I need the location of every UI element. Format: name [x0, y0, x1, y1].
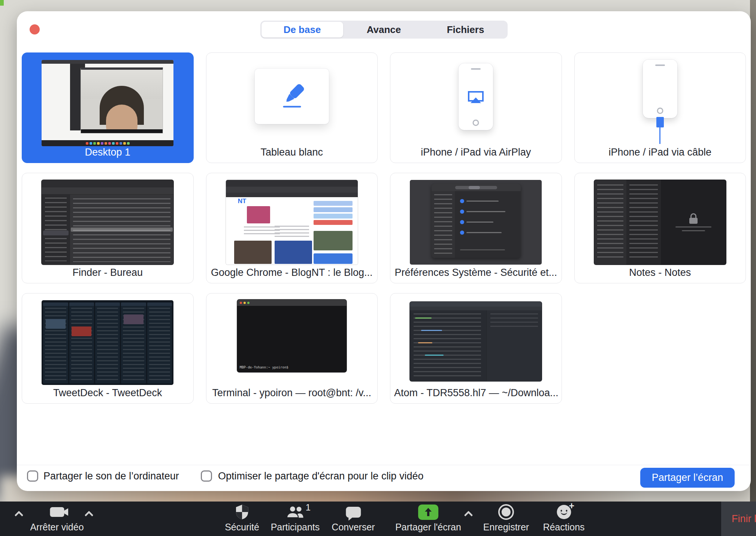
- code-rows: [414, 313, 481, 378]
- toolbar-security[interactable]: Sécurité: [225, 505, 259, 533]
- article-image: [275, 241, 312, 264]
- tile-desktop-1[interactable]: Desktop 1: [22, 52, 194, 163]
- tile-label: Atom - TDR5558.hl7 — ~/Downloa...: [394, 387, 558, 399]
- prefs-row: [460, 230, 502, 235]
- tile-system-preferences[interactable]: Préférences Système - Sécurité et...: [390, 173, 562, 283]
- sidebar-widgets: [314, 201, 353, 226]
- tile-tweetdeck[interactable]: TweetDeck - TweetDeck: [22, 293, 194, 404]
- end-meeting-button[interactable]: Finir l: [732, 513, 756, 525]
- share-tabbar: De base Avance Fichiers: [260, 21, 508, 39]
- zoom-meeting-screen: { "dialog": { "tabs": [ {"label": "De ba…: [0, 0, 756, 536]
- terminal-prompt: MBP-de-Yohann:~ ypoiron$: [240, 365, 288, 369]
- thumb-zoom-toolbar: [81, 129, 163, 133]
- minimize-traffic-light: [244, 302, 246, 304]
- notes-thumbnail: [594, 180, 726, 265]
- notes-folder-pane: [594, 180, 626, 265]
- article-image: [247, 206, 270, 223]
- finder-thumbnail: [42, 180, 173, 265]
- phone-shape: [643, 60, 677, 118]
- browser-tabstrip: [226, 180, 358, 187]
- file-selected-row: [71, 228, 173, 232]
- toolbar-chat[interactable]: Converser: [332, 505, 375, 533]
- toolbar-label: Enregistrer: [483, 522, 529, 533]
- close-traffic-light: [240, 302, 242, 304]
- sysprefs-sidebar: [432, 191, 455, 258]
- app-icon: [460, 220, 464, 224]
- checkbox-share-sound[interactable]: [27, 470, 38, 482]
- toolbar-record[interactable]: Enregistrer: [483, 505, 529, 533]
- toolbar-stop-video[interactable]: Arrêter vidéo: [30, 505, 84, 533]
- share-screen-button[interactable]: Partager l’écran: [640, 468, 735, 488]
- whiteboard-card: [255, 69, 329, 124]
- share-screen-dialog: De base Avance Fichiers: [17, 11, 751, 491]
- code-pane: [410, 310, 486, 381]
- participants-icon: 1: [286, 505, 305, 519]
- code-highlight: [415, 317, 432, 319]
- blog-logo: NT: [238, 198, 247, 205]
- checkbox-share-sound-label[interactable]: Partager le son de l’ordinateur: [43, 470, 179, 482]
- dock-dot: [97, 142, 100, 145]
- airplay-icon: [468, 91, 484, 102]
- tile-terminal[interactable]: MBP-de-Yohann:~ ypoiron$ Terminal - ypoi…: [206, 293, 378, 404]
- tweet-image: [46, 319, 66, 329]
- phone-speaker: [471, 68, 481, 70]
- thumb-zoom-window: [81, 67, 163, 133]
- dock-dot: [120, 142, 122, 145]
- row-text: [460, 249, 505, 250]
- row-text: [466, 232, 502, 233]
- tile-airplay[interactable]: iPhone / iPad via AirPlay: [390, 52, 562, 163]
- column-header: [121, 302, 146, 306]
- toolbar-label: Converser: [332, 522, 375, 533]
- close-button[interactable]: [30, 24, 40, 34]
- tile-label: Tableau blanc: [210, 147, 374, 158]
- window-toolbar: [42, 187, 173, 195]
- toolbar-share-screen[interactable]: Partager l'écran: [395, 505, 461, 533]
- notes-list-pane: [626, 180, 661, 265]
- tab-avance[interactable]: Avance: [343, 22, 425, 37]
- toolbar-participants[interactable]: 1 Participants: [271, 505, 320, 533]
- sidebar-photo: [314, 231, 353, 250]
- article-text: [275, 226, 309, 237]
- prefs-row: [460, 220, 493, 224]
- prefs-row: [460, 199, 499, 203]
- tile-cable[interactable]: iPhone / iPad via câble: [574, 52, 746, 163]
- toolbar-reactions[interactable]: + Réactions: [543, 505, 584, 533]
- dock-dot: [93, 142, 96, 145]
- atom-thumbnail: [410, 302, 542, 381]
- record-icon: [498, 505, 514, 519]
- tab-fichiers[interactable]: Fichiers: [425, 22, 506, 37]
- app-icon: [460, 210, 464, 214]
- empty-grid-cell: [574, 293, 746, 404]
- tweetdeck-thumbnail: [42, 300, 173, 385]
- sysprefs-list: [455, 191, 521, 258]
- dock-dot: [108, 142, 111, 145]
- terminal-thumbnail: MBP-de-Yohann:~ ypoiron$: [237, 299, 347, 372]
- tile-label: Préférences Système - Sécurité et...: [394, 267, 558, 278]
- tile-notes[interactable]: Notes - Notes: [574, 173, 746, 283]
- lock-note: [460, 247, 505, 252]
- tweet-rows: [149, 308, 170, 382]
- sidebar-rows: [45, 198, 67, 261]
- tweet-rows: [97, 308, 118, 382]
- tile-whiteboard[interactable]: Tableau blanc: [206, 52, 378, 163]
- tile-label: Google Chrome - BlogNT : le Blog...: [210, 267, 374, 278]
- tile-chrome[interactable]: NT Google Chrome - BlogNT :: [206, 173, 378, 283]
- tab-de-base[interactable]: De base: [261, 22, 343, 37]
- checkbox-optimize-video-label[interactable]: Optimiser le partage d'écran pour le cli…: [218, 470, 423, 482]
- camera-body: [50, 507, 64, 517]
- tweet-rows: [71, 308, 92, 382]
- thumb-menubar: [42, 60, 173, 64]
- webpage-content: NT: [226, 197, 358, 265]
- browser-addressbar: [226, 187, 358, 193]
- phone-shape: [459, 63, 493, 130]
- video-camera-icon: [50, 505, 64, 519]
- dock-dot: [127, 142, 130, 145]
- up-arrow-icon: [424, 508, 432, 517]
- tile-finder[interactable]: Finder - Bureau: [22, 173, 194, 283]
- checkbox-optimize-video[interactable]: [201, 470, 212, 482]
- phone-home-button: [657, 108, 663, 114]
- people-svg: [286, 505, 305, 519]
- tile-atom[interactable]: Atom - TDR5558.hl7 — ~/Downloa...: [390, 293, 562, 404]
- finder-sidebar: [42, 195, 70, 264]
- background-right-edge: [750, 0, 756, 536]
